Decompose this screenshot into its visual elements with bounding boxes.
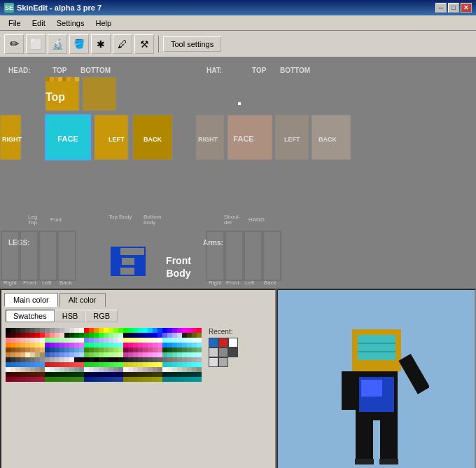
color-swatch[interactable] (138, 352, 143, 357)
color-swatch[interactable] (89, 347, 94, 352)
color-swatch[interactable] (153, 357, 158, 362)
color-swatch[interactable] (64, 362, 69, 367)
color-swatch[interactable] (182, 352, 187, 357)
color-swatch[interactable] (113, 377, 118, 382)
color-swatch[interactable] (50, 372, 55, 377)
color-swatch[interactable] (128, 352, 133, 357)
color-swatch[interactable] (148, 338, 153, 343)
color-swatch[interactable] (79, 333, 84, 338)
color-swatch[interactable] (64, 333, 69, 338)
color-swatch[interactable] (89, 333, 94, 338)
color-swatch[interactable] (192, 333, 197, 338)
color-swatch[interactable] (30, 338, 35, 343)
color-swatch[interactable] (187, 328, 192, 333)
color-swatch[interactable] (25, 377, 30, 382)
color-swatch[interactable] (143, 367, 148, 372)
color-swatch[interactable] (50, 338, 55, 343)
color-swatch[interactable] (153, 367, 158, 372)
color-swatch[interactable] (123, 377, 128, 382)
color-swatch[interactable] (197, 372, 202, 377)
color-swatch[interactable] (20, 328, 25, 333)
color-swatch[interactable] (69, 343, 74, 347)
color-swatch[interactable] (162, 333, 167, 338)
color-swatch[interactable] (182, 362, 187, 367)
color-swatch[interactable] (153, 338, 158, 343)
recent-swatches[interactable] (209, 338, 238, 367)
color-swatch[interactable] (94, 367, 99, 372)
color-swatch[interactable] (74, 343, 79, 347)
color-swatch[interactable] (69, 372, 74, 377)
color-swatch[interactable] (50, 352, 55, 357)
color-swatch[interactable] (79, 372, 84, 377)
hsb-tab[interactable]: HSB (55, 310, 86, 322)
color-swatch[interactable] (89, 377, 94, 382)
color-swatch[interactable] (138, 343, 143, 347)
color-swatch[interactable] (104, 372, 108, 377)
color-swatch[interactable] (20, 362, 25, 367)
color-swatch[interactable] (143, 372, 148, 377)
color-swatch[interactable] (167, 328, 172, 333)
color-swatch[interactable] (167, 367, 172, 372)
color-swatch[interactable] (118, 377, 123, 382)
color-swatch[interactable] (79, 357, 84, 362)
color-swatch[interactable] (113, 333, 118, 338)
color-swatch[interactable] (79, 352, 84, 357)
color-swatch[interactable] (94, 328, 99, 333)
color-swatch[interactable] (40, 328, 45, 333)
color-swatch[interactable] (192, 362, 197, 367)
color-swatch[interactable] (15, 338, 20, 343)
color-swatch[interactable] (123, 333, 128, 338)
color-swatch[interactable] (138, 367, 143, 372)
color-swatch[interactable] (172, 343, 177, 347)
color-swatch[interactable] (40, 367, 45, 372)
color-swatch[interactable] (158, 343, 162, 347)
color-swatch[interactable] (99, 377, 104, 382)
color-swatch[interactable] (99, 347, 104, 352)
color-swatch[interactable] (6, 338, 10, 343)
color-swatch[interactable] (25, 362, 30, 367)
color-swatch[interactable] (40, 352, 45, 357)
color-swatch[interactable] (64, 372, 69, 377)
color-swatch[interactable] (197, 347, 202, 352)
color-swatch[interactable] (113, 352, 118, 357)
color-swatch[interactable] (99, 372, 104, 377)
color-swatch[interactable] (177, 377, 182, 382)
brush-tool-button[interactable]: ✱ (91, 34, 111, 54)
color-swatch[interactable] (79, 338, 84, 343)
color-swatch[interactable] (10, 333, 15, 338)
color-swatch[interactable] (153, 377, 158, 382)
color-grid[interactable] (6, 328, 202, 382)
color-swatch[interactable] (64, 343, 69, 347)
color-swatch[interactable] (89, 338, 94, 343)
color-swatch[interactable] (118, 352, 123, 357)
color-swatch[interactable] (84, 338, 89, 343)
color-swatch[interactable] (123, 338, 128, 343)
color-swatch[interactable] (148, 372, 153, 377)
color-swatch[interactable] (50, 357, 55, 362)
color-swatch[interactable] (143, 333, 148, 338)
recent-swatch-3[interactable] (209, 347, 218, 357)
color-swatch[interactable] (30, 362, 35, 367)
color-swatch[interactable] (143, 343, 148, 347)
color-swatch[interactable] (84, 367, 89, 372)
color-swatch[interactable] (128, 372, 133, 377)
color-swatch[interactable] (59, 333, 64, 338)
color-swatch[interactable] (113, 357, 118, 362)
color-swatch[interactable] (45, 372, 50, 377)
color-swatch[interactable] (45, 333, 50, 338)
color-swatch[interactable] (45, 347, 50, 352)
tool-settings-button[interactable]: Tool settings (163, 36, 221, 52)
color-swatch[interactable] (35, 362, 40, 367)
eraser-tool-button[interactable]: ⬜ (26, 34, 46, 54)
color-swatch[interactable] (25, 352, 30, 357)
color-swatch[interactable] (20, 347, 25, 352)
menu-settings[interactable]: Settings (51, 17, 90, 29)
color-swatch[interactable] (64, 328, 69, 333)
color-swatch[interactable] (45, 367, 50, 372)
color-swatch[interactable] (133, 333, 138, 338)
color-swatch[interactable] (45, 352, 50, 357)
color-swatch[interactable] (197, 377, 202, 382)
color-swatch[interactable] (182, 343, 187, 347)
color-swatch[interactable] (197, 343, 202, 347)
color-swatch[interactable] (104, 347, 108, 352)
